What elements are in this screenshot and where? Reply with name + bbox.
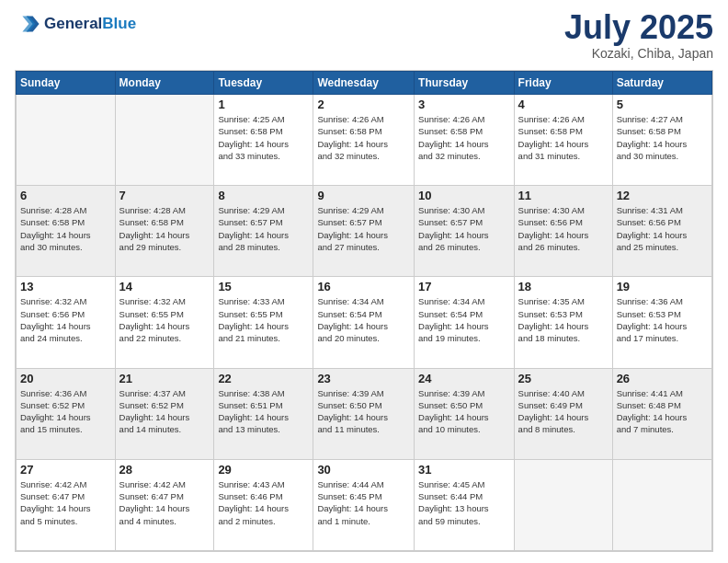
day-number: 2 <box>317 98 410 111</box>
day-info: Sunrise: 4:33 AM Sunset: 6:55 PM Dayligh… <box>218 295 309 344</box>
calendar-cell: 2Sunrise: 4:26 AM Sunset: 6:58 PM Daylig… <box>313 95 415 186</box>
day-info: Sunrise: 4:25 AM Sunset: 6:58 PM Dayligh… <box>218 113 309 162</box>
day-number: 12 <box>617 189 708 202</box>
day-info: Sunrise: 4:26 AM Sunset: 6:58 PM Dayligh… <box>317 113 410 162</box>
calendar-cell: 4Sunrise: 4:26 AM Sunset: 6:58 PM Daylig… <box>514 95 612 186</box>
header-row: Sunday Monday Tuesday Wednesday Thursday… <box>17 72 712 95</box>
calendar-cell: 29Sunrise: 4:43 AM Sunset: 6:46 PM Dayli… <box>214 459 313 550</box>
day-info: Sunrise: 4:41 AM Sunset: 6:48 PM Dayligh… <box>617 387 708 436</box>
calendar-cell: 10Sunrise: 4:30 AM Sunset: 6:57 PM Dayli… <box>415 186 515 277</box>
day-info: Sunrise: 4:30 AM Sunset: 6:57 PM Dayligh… <box>418 204 510 253</box>
day-number: 29 <box>218 463 309 477</box>
day-info: Sunrise: 4:43 AM Sunset: 6:46 PM Dayligh… <box>218 478 309 527</box>
calendar-cell: 9Sunrise: 4:29 AM Sunset: 6:57 PM Daylig… <box>313 186 415 277</box>
day-number: 20 <box>20 372 111 385</box>
day-number: 7 <box>119 189 210 202</box>
calendar-cell <box>612 459 711 550</box>
day-info: Sunrise: 4:28 AM Sunset: 6:58 PM Dayligh… <box>20 204 111 253</box>
calendar-week-row: 20Sunrise: 4:36 AM Sunset: 6:52 PM Dayli… <box>17 368 712 459</box>
day-number: 18 <box>518 280 609 293</box>
day-info: Sunrise: 4:45 AM Sunset: 6:44 PM Dayligh… <box>418 478 510 527</box>
calendar-cell: 28Sunrise: 4:42 AM Sunset: 6:47 PM Dayli… <box>115 459 214 550</box>
calendar-cell: 25Sunrise: 4:40 AM Sunset: 6:49 PM Dayli… <box>514 368 612 459</box>
calendar-cell: 21Sunrise: 4:37 AM Sunset: 6:52 PM Dayli… <box>115 368 214 459</box>
day-info: Sunrise: 4:32 AM Sunset: 6:56 PM Dayligh… <box>20 295 111 344</box>
calendar-cell: 19Sunrise: 4:36 AM Sunset: 6:53 PM Dayli… <box>612 277 711 368</box>
day-number: 21 <box>119 372 210 385</box>
calendar-cell: 12Sunrise: 4:31 AM Sunset: 6:56 PM Dayli… <box>612 186 711 277</box>
day-info: Sunrise: 4:44 AM Sunset: 6:45 PM Dayligh… <box>317 478 410 527</box>
header: GeneralBlue July 2025 Kozaki, Chiba, Jap… <box>15 11 713 61</box>
calendar-cell: 20Sunrise: 4:36 AM Sunset: 6:52 PM Dayli… <box>17 368 116 459</box>
calendar-cell: 1Sunrise: 4:25 AM Sunset: 6:58 PM Daylig… <box>214 95 313 186</box>
day-number: 17 <box>418 280 510 293</box>
day-info: Sunrise: 4:28 AM Sunset: 6:58 PM Dayligh… <box>119 204 210 253</box>
calendar-cell: 11Sunrise: 4:30 AM Sunset: 6:56 PM Dayli… <box>514 186 612 277</box>
day-info: Sunrise: 4:29 AM Sunset: 6:57 PM Dayligh… <box>317 204 410 253</box>
day-info: Sunrise: 4:36 AM Sunset: 6:53 PM Dayligh… <box>617 295 708 344</box>
day-number: 9 <box>317 189 410 202</box>
day-info: Sunrise: 4:34 AM Sunset: 6:54 PM Dayligh… <box>418 295 510 344</box>
calendar-cell: 22Sunrise: 4:38 AM Sunset: 6:51 PM Dayli… <box>214 368 313 459</box>
calendar-cell: 3Sunrise: 4:26 AM Sunset: 6:58 PM Daylig… <box>415 95 515 186</box>
col-friday: Friday <box>514 72 612 95</box>
month-title: July 2025 <box>564 11 713 44</box>
calendar: Sunday Monday Tuesday Wednesday Thursday… <box>15 70 713 552</box>
calendar-cell: 31Sunrise: 4:45 AM Sunset: 6:44 PM Dayli… <box>415 459 515 550</box>
day-info: Sunrise: 4:32 AM Sunset: 6:55 PM Dayligh… <box>119 295 210 344</box>
day-number: 5 <box>617 98 708 111</box>
calendar-cell <box>115 95 214 186</box>
calendar-cell: 8Sunrise: 4:29 AM Sunset: 6:57 PM Daylig… <box>214 186 313 277</box>
day-number: 4 <box>518 98 609 111</box>
calendar-cell: 23Sunrise: 4:39 AM Sunset: 6:50 PM Dayli… <box>313 368 415 459</box>
day-number: 1 <box>218 98 309 111</box>
col-saturday: Saturday <box>612 72 711 95</box>
day-number: 27 <box>20 463 111 477</box>
day-number: 16 <box>317 280 410 293</box>
day-info: Sunrise: 4:42 AM Sunset: 6:47 PM Dayligh… <box>20 478 111 527</box>
day-info: Sunrise: 4:30 AM Sunset: 6:56 PM Dayligh… <box>518 204 609 253</box>
day-info: Sunrise: 4:39 AM Sunset: 6:50 PM Dayligh… <box>317 387 410 436</box>
day-info: Sunrise: 4:42 AM Sunset: 6:47 PM Dayligh… <box>119 478 210 527</box>
day-info: Sunrise: 4:27 AM Sunset: 6:58 PM Dayligh… <box>617 113 708 162</box>
day-number: 26 <box>617 372 708 385</box>
col-thursday: Thursday <box>415 72 515 95</box>
calendar-cell: 26Sunrise: 4:41 AM Sunset: 6:48 PM Dayli… <box>612 368 711 459</box>
day-number: 15 <box>218 280 309 293</box>
logo-icon <box>15 11 40 37</box>
day-info: Sunrise: 4:26 AM Sunset: 6:58 PM Dayligh… <box>418 113 510 162</box>
location-subtitle: Kozaki, Chiba, Japan <box>564 46 713 61</box>
calendar-week-row: 27Sunrise: 4:42 AM Sunset: 6:47 PM Dayli… <box>17 459 712 550</box>
day-info: Sunrise: 4:34 AM Sunset: 6:54 PM Dayligh… <box>317 295 410 344</box>
day-number: 13 <box>20 280 111 293</box>
day-info: Sunrise: 4:29 AM Sunset: 6:57 PM Dayligh… <box>218 204 309 253</box>
day-number: 8 <box>218 189 309 202</box>
title-block: July 2025 Kozaki, Chiba, Japan <box>564 11 713 61</box>
calendar-cell: 17Sunrise: 4:34 AM Sunset: 6:54 PM Dayli… <box>415 277 515 368</box>
logo: GeneralBlue <box>15 11 136 37</box>
day-number: 19 <box>617 280 708 293</box>
calendar-cell: 30Sunrise: 4:44 AM Sunset: 6:45 PM Dayli… <box>313 459 415 550</box>
calendar-body: 1Sunrise: 4:25 AM Sunset: 6:58 PM Daylig… <box>17 95 712 551</box>
day-number: 11 <box>518 189 609 202</box>
calendar-week-row: 13Sunrise: 4:32 AM Sunset: 6:56 PM Dayli… <box>17 277 712 368</box>
calendar-week-row: 1Sunrise: 4:25 AM Sunset: 6:58 PM Daylig… <box>17 95 712 186</box>
day-number: 6 <box>20 189 111 202</box>
day-number: 10 <box>418 189 510 202</box>
logo-text: GeneralBlue <box>44 15 136 33</box>
day-number: 30 <box>317 463 410 477</box>
col-wednesday: Wednesday <box>313 72 415 95</box>
calendar-cell: 5Sunrise: 4:27 AM Sunset: 6:58 PM Daylig… <box>612 95 711 186</box>
day-info: Sunrise: 4:36 AM Sunset: 6:52 PM Dayligh… <box>20 387 111 436</box>
calendar-cell <box>514 459 612 550</box>
calendar-cell: 7Sunrise: 4:28 AM Sunset: 6:58 PM Daylig… <box>115 186 214 277</box>
calendar-cell: 15Sunrise: 4:33 AM Sunset: 6:55 PM Dayli… <box>214 277 313 368</box>
day-info: Sunrise: 4:31 AM Sunset: 6:56 PM Dayligh… <box>617 204 708 253</box>
calendar-cell: 24Sunrise: 4:39 AM Sunset: 6:50 PM Dayli… <box>415 368 515 459</box>
calendar-header: Sunday Monday Tuesday Wednesday Thursday… <box>17 72 712 95</box>
calendar-cell: 18Sunrise: 4:35 AM Sunset: 6:53 PM Dayli… <box>514 277 612 368</box>
day-number: 28 <box>119 463 210 477</box>
day-info: Sunrise: 4:39 AM Sunset: 6:50 PM Dayligh… <box>418 387 510 436</box>
day-number: 24 <box>418 372 510 385</box>
calendar-cell: 27Sunrise: 4:42 AM Sunset: 6:47 PM Dayli… <box>17 459 116 550</box>
